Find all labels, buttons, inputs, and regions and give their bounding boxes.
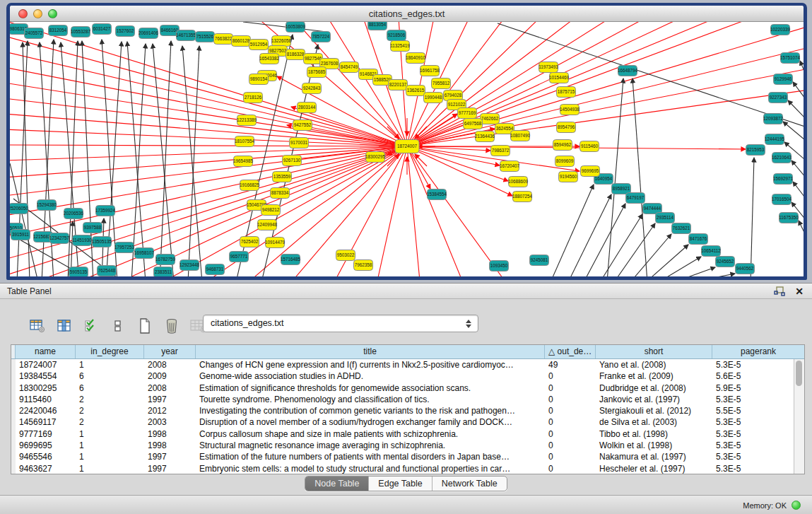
network-edge (551, 185, 594, 276)
cell: Hescheler et al. (1997) (596, 463, 712, 474)
node-label: 7986372 (492, 148, 510, 153)
tab-network-table[interactable]: Network Table (433, 477, 507, 491)
cell: Changes of HCN gene expression and I(f) … (196, 359, 545, 370)
table-row[interactable]: 969969511998Structural magnetic resonanc… (11, 440, 794, 451)
node-label: 8220137 (389, 82, 407, 87)
memory-status-label: Memory: OK (743, 501, 787, 510)
cell: Tourette syndrome. Phenomenology and cla… (196, 394, 545, 405)
table-header-row: namein_degreeyeartitle△ out_de…shortpage… (11, 345, 804, 359)
network-edge (153, 44, 174, 276)
close-window-button[interactable] (18, 9, 28, 18)
dropdown-stepper-icon (464, 317, 472, 330)
node-label: 2367608 (321, 61, 339, 66)
network-edge (751, 158, 754, 276)
node-label: 10553287 (71, 29, 91, 34)
table-row[interactable]: 977716911998Corpus callosum shape and si… (11, 428, 794, 440)
node-label: 9440562 (736, 266, 754, 271)
node-label: 8878334 (271, 190, 289, 195)
cell: 49 (545, 359, 596, 370)
network-edge (793, 182, 804, 203)
column-header-out_de[interactable]: △ out_de… (545, 345, 596, 358)
network-window[interactable]: citations_edges.txt 18724007183002959806… (6, 3, 807, 280)
cell: 1997 (144, 451, 196, 462)
node-label: 8813054 (369, 22, 387, 27)
cell: 2012 (144, 405, 196, 416)
new-table-icon[interactable] (136, 317, 154, 335)
column-header-in_degree[interactable]: in_degree (76, 345, 144, 358)
float-panel-icon[interactable] (774, 286, 785, 296)
network-graph[interactable]: 1872400718300295980631224055728312054105… (10, 22, 804, 276)
node-label: 13226058 (271, 38, 292, 43)
table-row[interactable]: 2242004622012Investigating the contribut… (11, 405, 794, 416)
cell: 0 (545, 440, 596, 451)
table-options-icon[interactable] (28, 317, 47, 335)
node-label: 8466160 (161, 28, 179, 33)
node-label: 3624554 (496, 126, 514, 131)
table-select-dropdown[interactable]: citations_edges.txt (203, 315, 478, 332)
scrollbar-thumb[interactable] (796, 361, 802, 386)
window-titlebar[interactable]: citations_edges.txt (10, 6, 804, 22)
table-row[interactable]: 946362711997Embryonic stem cells: a mode… (11, 463, 794, 474)
table-row[interactable]: 1456911722003Disruption of a novel membe… (11, 416, 794, 428)
cell: Nakamura et al. (1997) (596, 451, 712, 462)
network-edge (182, 46, 202, 276)
rows-icon[interactable] (109, 317, 127, 335)
attribute-table: namein_degreeyeartitle△ out_de…shortpage… (11, 344, 805, 474)
node-label: 9890154 (250, 76, 268, 81)
table-panel: Table Panel ✕ (0, 283, 812, 514)
network-edge (407, 22, 434, 146)
node-label: 8594962 (554, 142, 572, 147)
node-label: 3915911 (12, 232, 30, 237)
table-vertical-scrollbar[interactable] (794, 359, 804, 474)
table-row[interactable]: 911546021997Tourette syndrome. Phenomeno… (11, 394, 794, 405)
network-canvas[interactable]: 1872400718300295980631224055728312054105… (10, 22, 804, 276)
node-label: 1362615 (407, 88, 425, 93)
cell: 1997 (144, 394, 196, 405)
node-label: 16961758 (420, 68, 440, 73)
node-label: 1875685 (308, 69, 326, 74)
node-label: 11675350 (779, 215, 799, 220)
select-columns-icon[interactable] (55, 317, 73, 335)
node-label: 8186328 (287, 52, 305, 57)
network-edge (10, 163, 38, 276)
select-all-icon[interactable] (82, 317, 100, 335)
cell: 0 (545, 428, 596, 440)
node-label: 10154469 (549, 75, 570, 80)
table-row[interactable]: 1830029562008Estimation of significance … (11, 382, 794, 394)
network-edge (188, 46, 199, 276)
tab-node-table[interactable]: Node Table (305, 477, 369, 491)
node-label: 9503022 (337, 252, 355, 257)
table-row[interactable]: 1872400712008Changes of HCN gene express… (11, 359, 794, 370)
column-header-pagerank[interactable]: pagerank (712, 345, 804, 358)
table-body: 1872400712008Changes of HCN gene express… (11, 359, 794, 474)
close-panel-icon[interactable]: ✕ (795, 285, 804, 298)
cell: Dudbridge et al. (2008) (596, 382, 712, 394)
table-row[interactable]: 1938455462009Genome-wide association stu… (11, 370, 794, 382)
cell: 5.9E-5 (712, 382, 794, 394)
zoom-window-button[interactable] (48, 9, 57, 18)
node-label: 10654112 (701, 248, 721, 253)
network-edge (377, 146, 407, 276)
network-edge (630, 234, 671, 276)
node-label: 12444195 (765, 136, 785, 141)
node-label: 2383511 (155, 269, 172, 274)
column-header-year[interactable]: year (144, 345, 196, 358)
network-edge (692, 274, 735, 276)
column-header-name[interactable]: name (16, 345, 76, 358)
minimize-window-button[interactable] (33, 9, 42, 18)
table-row[interactable]: 946554611997Estimation of the future num… (11, 451, 794, 462)
cell: 0 (545, 382, 596, 394)
delete-icon[interactable] (163, 317, 181, 335)
column-header-title[interactable]: title (196, 345, 545, 358)
cell: Estimation of significance thresholds fo… (196, 382, 545, 394)
node-label: 18300295 (365, 154, 386, 159)
column-header-short[interactable]: short (596, 345, 712, 358)
cell: 5.3E-5 (712, 463, 794, 474)
cell: Tibbo et al. (1998) (596, 428, 712, 440)
node-label: 8660128 (233, 38, 250, 43)
node-label: 7625402 (241, 239, 259, 244)
node-label: 16053809 (286, 24, 306, 29)
cell: 5.3E-5 (712, 394, 794, 405)
node-label: 7625448 (98, 268, 116, 273)
tab-edge-table[interactable]: Edge Table (369, 477, 432, 491)
